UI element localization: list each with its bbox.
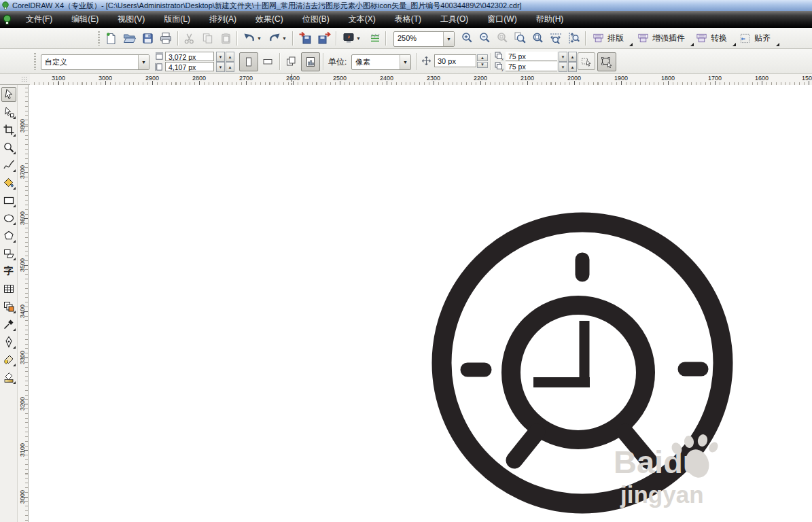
cut-button: [181, 30, 197, 46]
zoom-to-page-height-button[interactable]: [565, 30, 582, 46]
clock-inner-face[interactable]: [511, 305, 646, 440]
flyout-corner-icon[interactable]: [732, 43, 736, 46]
flyout-corner-icon[interactable]: [629, 43, 633, 46]
menu-bitmaps[interactable]: 位图(B): [293, 12, 339, 27]
snap-to-button[interactable]: 贴齐: [739, 29, 779, 47]
toolbar-grip[interactable]: [98, 31, 100, 46]
tool-ellipse[interactable]: [1, 211, 16, 226]
zoom-level-value: 250%: [394, 32, 443, 46]
tool-freehand[interactable]: [1, 158, 16, 173]
tool-shape[interactable]: [1, 105, 16, 120]
menu-table[interactable]: 表格(T): [385, 12, 431, 27]
clock-minute-hand[interactable]: [580, 321, 590, 383]
duplicate-x-spinner[interactable]: ▼▲: [559, 52, 577, 62]
chevron-down-icon[interactable]: ▼: [400, 55, 410, 69]
menu-layout[interactable]: 版面(L): [154, 12, 200, 27]
nudge-offset-field[interactable]: 30 px: [434, 54, 476, 67]
duplicate-distance-x-field[interactable]: 75 px: [506, 52, 557, 61]
zoom-out-button[interactable]: [477, 30, 493, 46]
tool-polygon[interactable]: [1, 228, 16, 243]
treat-as-filled-button[interactable]: [578, 52, 595, 70]
menu-help[interactable]: 帮助(H): [527, 12, 573, 27]
menu-arrange[interactable]: 排列(A): [200, 12, 246, 27]
duplicate-distance-y-field[interactable]: 75 px: [506, 62, 557, 71]
open-button[interactable]: [121, 30, 137, 46]
zoom-in-icon: [461, 31, 474, 45]
horizontal-ruler[interactable]: 3100300029002800270026002500240023002200…: [0, 74, 812, 86]
paper-height-field[interactable]: 4,107 px: [165, 62, 214, 71]
paper-preset-value: 自定义: [41, 55, 138, 69]
zoom-to-page-width-button[interactable]: [548, 30, 564, 46]
flyout-corner-icon[interactable]: [776, 43, 779, 46]
toolbar-grip[interactable]: [34, 53, 36, 70]
units-value: 像素: [352, 55, 400, 69]
landscape-orientation-button[interactable]: [259, 52, 277, 70]
menu-view[interactable]: 视图(V): [108, 12, 154, 27]
tool-eyedropper[interactable]: [1, 317, 16, 332]
blend-tool-icon: [3, 300, 15, 313]
zoom-to-page-button[interactable]: [530, 30, 546, 46]
tool-pick[interactable]: [1, 87, 16, 102]
freehand-tool-icon: [3, 159, 15, 171]
export-button[interactable]: [316, 30, 332, 46]
toolbar-separator: [585, 31, 586, 46]
tool-interactive-fill[interactable]: [1, 370, 16, 385]
typesetting-button[interactable]: 排版: [593, 29, 633, 47]
tool-fill[interactable]: [1, 352, 16, 367]
title-bar[interactable]: CorelDRAW X4（专业版）- [C:\Users\Administrat…: [0, 0, 812, 11]
tool-zoom[interactable]: [1, 140, 16, 155]
clock-left-leg[interactable]: [514, 432, 537, 460]
paper-height-spinner[interactable]: ▼▲: [216, 62, 234, 72]
vertical-ruler[interactable]: 380037003600350034003300320031003000: [18, 85, 29, 522]
apply-to-all-pages-button[interactable]: [283, 52, 300, 70]
zoom-in-button[interactable]: [459, 30, 476, 46]
new-document-button[interactable]: [103, 30, 119, 46]
tool-smart-fill[interactable]: [1, 175, 16, 190]
paper-width-spinner[interactable]: ▼▲: [216, 52, 234, 62]
import-button[interactable]: [297, 30, 313, 46]
menu-window[interactable]: 窗口(W): [478, 12, 526, 27]
paper-preset-combo[interactable]: 自定义 ▼: [41, 54, 149, 70]
duplicate-y-spinner[interactable]: ▼▲: [559, 62, 577, 72]
toolbar-separator: [336, 31, 336, 46]
paper-width-field[interactable]: 3,072 px: [165, 52, 214, 61]
save-button[interactable]: [139, 30, 156, 46]
box-selection-mode-button[interactable]: [597, 52, 616, 71]
zoom-level-combo[interactable]: 250% ▼: [393, 31, 455, 47]
menu-effects[interactable]: 效果(C): [246, 12, 293, 27]
convert-button[interactable]: 转换: [696, 29, 736, 47]
flyout-corner-icon[interactable]: [690, 43, 694, 46]
tool-outline[interactable]: [1, 334, 16, 349]
tool-table[interactable]: [1, 281, 16, 296]
apply-to-current-page-button[interactable]: [301, 52, 320, 71]
redo-dropdown[interactable]: ▼: [281, 30, 288, 46]
zoom-tool-icon: [3, 141, 15, 154]
vruler-tick: [24, 265, 28, 266]
portrait-orientation-button[interactable]: [239, 52, 258, 71]
tool-crop[interactable]: [1, 122, 16, 137]
tool-rectangle[interactable]: [1, 193, 16, 208]
watermark-sub: jingyan: [620, 481, 704, 508]
units-label: 单位:: [328, 56, 347, 68]
clock-hour-hand[interactable]: [533, 377, 590, 387]
chevron-down-icon[interactable]: ▼: [443, 32, 454, 46]
undo-dropdown[interactable]: ▼: [255, 30, 263, 46]
tool-blend[interactable]: [1, 299, 16, 314]
tool-text[interactable]: 字: [1, 264, 16, 279]
nudge-offset-spinner[interactable]: ▲▼: [477, 54, 487, 68]
eyedropper-tool-icon: [3, 318, 15, 330]
menu-file[interactable]: 文件(F): [16, 12, 62, 27]
vruler-tick: [24, 497, 28, 498]
menu-tools[interactable]: 工具(O): [431, 12, 478, 27]
zoom-to-all-objects-button[interactable]: [512, 30, 529, 46]
menu-edit[interactable]: 编辑(E): [62, 12, 108, 27]
tool-basic-shapes[interactable]: [1, 246, 16, 261]
welcome-screen-button[interactable]: [367, 30, 383, 46]
launcher-dropdown[interactable]: ▼: [355, 30, 362, 46]
chevron-down-icon[interactable]: ▼: [138, 55, 149, 69]
units-combo[interactable]: 像素 ▼: [351, 54, 411, 70]
paper-width-icon: [155, 52, 164, 61]
enhanced-plugins-button[interactable]: 增强插件: [637, 29, 694, 47]
menu-text[interactable]: 文本(X): [339, 12, 385, 27]
print-button[interactable]: [158, 30, 174, 46]
